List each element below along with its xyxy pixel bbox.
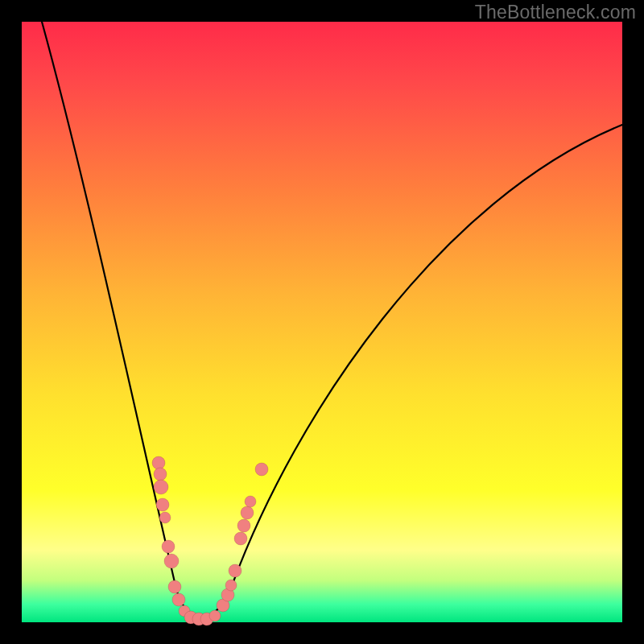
bottleneck-curve xyxy=(22,22,622,622)
data-dot xyxy=(255,463,268,476)
data-dot xyxy=(164,554,179,568)
data-dot xyxy=(154,468,167,481)
data-dot xyxy=(234,532,247,545)
watermark-text: TheBottleneck.com xyxy=(475,2,636,23)
data-dot xyxy=(241,506,254,519)
data-dot xyxy=(156,498,169,511)
data-dot xyxy=(229,564,242,577)
data-dot xyxy=(168,580,181,593)
plot-area xyxy=(22,22,622,622)
data-dot xyxy=(237,519,250,532)
data-dot xyxy=(159,512,171,523)
data-dot xyxy=(152,456,165,469)
curve-right-arm xyxy=(201,125,622,617)
data-dot xyxy=(209,610,221,621)
data-dot xyxy=(225,580,237,591)
data-dot xyxy=(245,496,256,507)
data-dot xyxy=(172,593,185,606)
data-dot xyxy=(154,480,168,494)
data-dot xyxy=(162,540,175,553)
curve-left-arm xyxy=(42,22,201,617)
